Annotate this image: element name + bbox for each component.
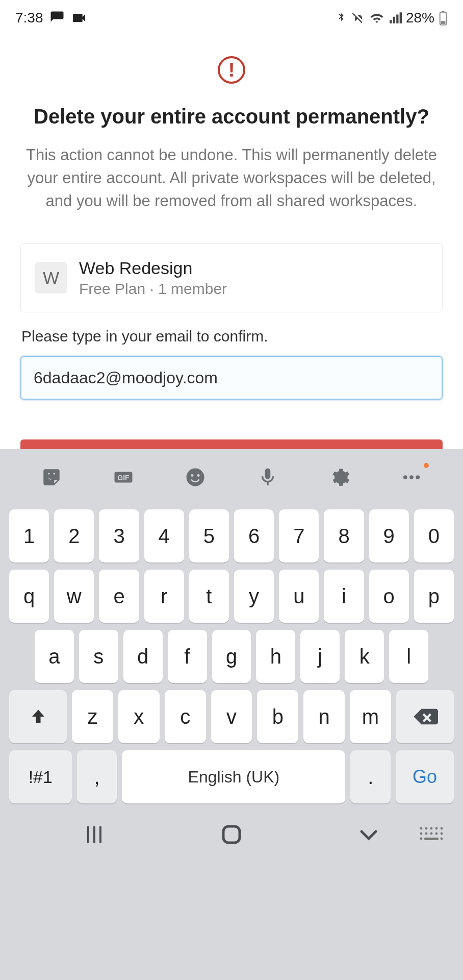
workspace-card: W Web Redesign Free Plan · 1 member: [20, 243, 443, 312]
nav-recent-icon[interactable]: [82, 822, 107, 849]
svg-point-17: [430, 827, 433, 830]
more-icon[interactable]: [399, 465, 424, 489]
key-y[interactable]: y: [234, 570, 274, 623]
key-6[interactable]: 6: [234, 509, 274, 562]
key-backspace[interactable]: [396, 690, 454, 743]
svg-point-6: [191, 474, 194, 477]
key-z[interactable]: z: [72, 690, 113, 743]
workspace-avatar: W: [35, 262, 67, 293]
key-e[interactable]: e: [99, 570, 139, 623]
gif-icon[interactable]: GIF: [111, 465, 136, 489]
key-3[interactable]: 3: [99, 509, 139, 562]
key-shift[interactable]: [9, 690, 67, 743]
status-right: 28%: [336, 10, 448, 26]
key-u[interactable]: u: [279, 570, 319, 623]
key-c[interactable]: c: [165, 690, 206, 743]
email-confirm-input[interactable]: [20, 356, 443, 400]
svg-point-18: [435, 827, 438, 830]
key-m[interactable]: m: [350, 690, 391, 743]
nav-bar: [0, 807, 463, 864]
status-time: 7:38: [15, 10, 43, 26]
key-0[interactable]: 0: [414, 509, 454, 562]
mic-icon[interactable]: [255, 465, 280, 489]
keyboard-row-zxcv: z x c v b n m: [9, 690, 454, 743]
key-l[interactable]: l: [389, 630, 428, 683]
chat-icon: [49, 10, 65, 26]
svg-rect-1: [442, 11, 445, 12]
svg-point-16: [425, 827, 428, 830]
delete-account-dialog: ! Delete your entire account permanently…: [0, 36, 463, 511]
keyboard-row-numbers: 1 2 3 4 5 6 7 8 9 0: [9, 509, 454, 562]
svg-point-9: [409, 475, 414, 479]
svg-point-19: [441, 827, 443, 830]
keyboard-toolbar: GIF: [0, 449, 463, 505]
key-s[interactable]: s: [79, 630, 118, 683]
key-7[interactable]: 7: [279, 509, 319, 562]
bluetooth-icon: [336, 11, 347, 24]
key-8[interactable]: 8: [324, 509, 364, 562]
status-bar: 7:38 28%: [0, 0, 463, 36]
key-j[interactable]: j: [300, 630, 340, 683]
key-r[interactable]: r: [144, 570, 184, 623]
svg-point-7: [197, 474, 200, 477]
key-1[interactable]: 1: [9, 509, 49, 562]
key-symbols[interactable]: !#1: [9, 750, 72, 803]
svg-point-5: [187, 469, 204, 486]
key-space[interactable]: English (UK): [122, 750, 345, 803]
key-9[interactable]: 9: [369, 509, 409, 562]
status-left: 7:38: [15, 10, 87, 26]
dialog-subtitle: This action cannot be undone. This will …: [22, 144, 441, 213]
key-k[interactable]: k: [345, 630, 384, 683]
svg-point-15: [420, 827, 423, 830]
key-q[interactable]: q: [9, 570, 49, 623]
keyboard-row-qwerty: q w e r t y u i o p: [9, 570, 454, 623]
key-x[interactable]: x: [118, 690, 160, 743]
key-2[interactable]: 2: [54, 509, 94, 562]
svg-point-22: [430, 832, 433, 835]
emoji-icon[interactable]: [183, 465, 208, 489]
vibrate-icon: [351, 11, 365, 25]
key-t[interactable]: t: [189, 570, 229, 623]
key-period[interactable]: .: [350, 750, 391, 803]
signal-icon: [389, 11, 402, 24]
key-4[interactable]: 4: [144, 509, 184, 562]
key-i[interactable]: i: [324, 570, 364, 623]
battery-icon: [439, 10, 448, 26]
key-g[interactable]: g: [212, 630, 251, 683]
svg-rect-2: [441, 21, 446, 24]
wifi-icon: [369, 10, 384, 26]
key-h[interactable]: h: [256, 630, 295, 683]
battery-text: 28%: [406, 10, 434, 26]
key-d[interactable]: d: [123, 630, 163, 683]
svg-point-27: [441, 838, 443, 840]
confirm-label: Please type in your email to confirm.: [20, 328, 268, 345]
svg-point-21: [425, 832, 428, 835]
key-a[interactable]: a: [35, 630, 74, 683]
gear-icon[interactable]: [327, 465, 352, 489]
key-5[interactable]: 5: [189, 509, 229, 562]
key-w[interactable]: w: [54, 570, 94, 623]
nav-home-icon[interactable]: [219, 822, 244, 849]
svg-point-20: [420, 832, 423, 835]
video-icon: [71, 10, 87, 26]
workspace-name: Web Redesign: [79, 258, 227, 278]
svg-rect-14: [223, 826, 240, 843]
svg-point-8: [403, 475, 407, 479]
key-v[interactable]: v: [211, 690, 252, 743]
alert-icon: !: [218, 56, 245, 84]
dialog-title: Delete your entire account permanently?: [34, 104, 429, 129]
nav-back-icon[interactable]: [356, 822, 381, 849]
sticker-icon[interactable]: [39, 465, 64, 489]
key-p[interactable]: p: [414, 570, 454, 623]
key-comma[interactable]: ,: [77, 750, 117, 803]
nav-keyboard-icon[interactable]: [418, 822, 443, 849]
svg-text:GIF: GIF: [117, 474, 130, 482]
soft-keyboard: GIF 1 2 3 4 5 6 7 8 9 0 q: [0, 449, 463, 980]
keyboard-row-asdf: a s d f g h j k l: [9, 630, 454, 683]
key-f[interactable]: f: [168, 630, 207, 683]
key-b[interactable]: b: [257, 690, 298, 743]
key-go[interactable]: Go: [396, 750, 454, 803]
svg-point-23: [435, 832, 438, 835]
key-o[interactable]: o: [369, 570, 409, 623]
key-n[interactable]: n: [303, 690, 345, 743]
